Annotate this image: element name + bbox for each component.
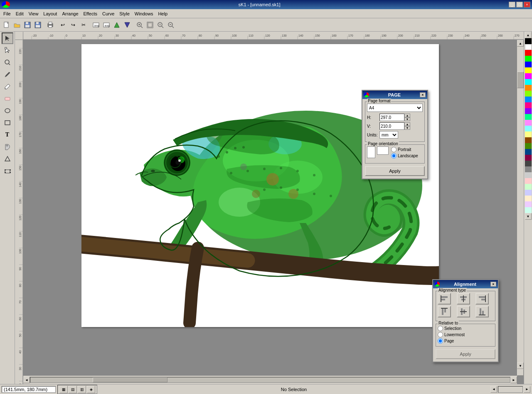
zoom-tool[interactable]: [2, 57, 13, 68]
horizontal-scrollbar[interactable]: ◄ ►: [23, 376, 517, 384]
close-button[interactable]: ×: [524, 2, 530, 7]
canvas-image[interactable]: [81, 44, 439, 327]
menu-view[interactable]: View: [26, 10, 41, 17]
h-input[interactable]: [379, 114, 404, 121]
h-spin-up[interactable]: ▲: [404, 114, 410, 117]
maximize-button[interactable]: □: [516, 2, 523, 7]
view-mode-2[interactable]: ▤: [69, 386, 77, 393]
color-red[interactable]: [525, 50, 532, 56]
color-green[interactable]: [525, 56, 532, 62]
color-light-magenta[interactable]: [525, 120, 532, 126]
select-tool[interactable]: [2, 32, 13, 44]
page-dialog-titlebar[interactable]: PAGE ×: [362, 91, 427, 99]
align-center-v-button[interactable]: [457, 306, 470, 317]
minimize-button[interactable]: _: [509, 2, 515, 7]
rectangle-tool[interactable]: [2, 117, 13, 129]
color-orange[interactable]: [525, 85, 532, 91]
export-button[interactable]: exp: [101, 20, 111, 30]
menu-help[interactable]: Help: [155, 10, 170, 17]
menu-arrange[interactable]: Arrange: [59, 10, 81, 17]
color-light-cyan[interactable]: [525, 126, 532, 131]
view-mode-3[interactable]: ▥: [78, 386, 86, 393]
scroll-left-button[interactable]: ◄: [23, 377, 30, 383]
color-light-gray[interactable]: [525, 172, 532, 178]
eraser-tool[interactable]: [2, 93, 13, 104]
fill-tool[interactable]: [2, 153, 13, 165]
alignment-dialog-titlebar[interactable]: Alignment ×: [433, 280, 498, 288]
node-edit-tool[interactable]: [2, 45, 13, 56]
align-right-button[interactable]: [475, 293, 489, 305]
paint-bucket-tool[interactable]: [2, 141, 13, 153]
nav-right[interactable]: ►: [524, 386, 530, 393]
relative-selection-radio[interactable]: [438, 326, 443, 331]
color-spring-green[interactable]: [525, 114, 532, 120]
align-left-button[interactable]: [438, 293, 451, 305]
color-dark-pink[interactable]: [525, 155, 532, 161]
menu-layout[interactable]: Layout: [41, 10, 59, 17]
color-black[interactable]: [525, 38, 532, 44]
view-mode-1[interactable]: ▦: [59, 386, 68, 393]
color-pale-violet[interactable]: [525, 201, 532, 207]
alignment-apply-button[interactable]: Apply: [436, 349, 495, 359]
color-gray[interactable]: [525, 166, 532, 172]
menu-curve[interactable]: Curve: [100, 10, 117, 17]
color-violet[interactable]: [525, 108, 532, 114]
align-bottom-button[interactable]: [475, 306, 489, 317]
scroll-corner[interactable]: [517, 369, 524, 376]
export2-button[interactable]: [122, 20, 132, 30]
color-brown[interactable]: [525, 137, 532, 143]
color-lavender[interactable]: [525, 190, 532, 196]
color-pale-mint[interactable]: [525, 207, 532, 213]
color-pale-green[interactable]: [525, 184, 532, 190]
text-tool[interactable]: T: [2, 129, 13, 141]
cut-button[interactable]: ✂: [79, 20, 89, 30]
zoom-custom-button[interactable]: [155, 20, 165, 30]
color-lime[interactable]: [525, 91, 532, 97]
menu-windows[interactable]: Windows: [132, 10, 156, 17]
undo-button[interactable]: ↩: [58, 20, 68, 30]
scroll-right-button[interactable]: ►: [510, 377, 517, 383]
color-magenta[interactable]: [525, 73, 532, 79]
color-white[interactable]: [525, 44, 532, 50]
color-dark-blue[interactable]: [525, 149, 532, 155]
color-yellow[interactable]: [525, 67, 532, 73]
zoom-out-button[interactable]: [166, 20, 176, 30]
h-spin-down[interactable]: ▼: [404, 117, 410, 121]
color-hot-pink[interactable]: [525, 102, 532, 108]
save-as-button[interactable]: +: [33, 20, 43, 30]
relative-page-radio[interactable]: [438, 338, 443, 344]
scroll-thumb-h[interactable]: [93, 377, 167, 382]
units-select[interactable]: mmcminpx: [379, 131, 398, 139]
new-button[interactable]: [2, 20, 12, 30]
landscape-radio[interactable]: [391, 153, 397, 159]
zoom-in-button[interactable]: [135, 20, 145, 30]
palette-scroll-down[interactable]: ▼: [525, 213, 532, 220]
color-sky-blue[interactable]: [525, 97, 532, 102]
v-spin-up[interactable]: ▲: [404, 122, 410, 126]
vertical-scrollbar[interactable]: ▲ ▼: [517, 40, 524, 376]
color-dark-green[interactable]: [525, 143, 532, 149]
menu-edit[interactable]: Edit: [13, 10, 26, 17]
align-top-button[interactable]: [438, 306, 451, 317]
color-dark-gray[interactable]: [525, 161, 532, 166]
ellipse-tool[interactable]: [2, 105, 13, 116]
zoom-fit-button[interactable]: [145, 20, 155, 30]
scroll-up-button[interactable]: ▲: [517, 40, 524, 47]
print-button[interactable]: [45, 20, 55, 30]
scroll-thumb-v[interactable]: [517, 72, 524, 88]
align-center-h-button[interactable]: [457, 293, 470, 305]
color-pink[interactable]: [525, 178, 532, 184]
import2-button[interactable]: [112, 20, 122, 30]
pen-tool[interactable]: [2, 69, 13, 80]
v-input[interactable]: [379, 122, 404, 130]
menu-file[interactable]: File: [1, 10, 13, 17]
open-button[interactable]: [12, 20, 22, 30]
menu-style[interactable]: Style: [117, 10, 132, 17]
color-blue[interactable]: [525, 62, 532, 67]
relative-lowermost-radio[interactable]: [438, 332, 443, 337]
redo-button[interactable]: ↪: [68, 20, 78, 30]
transform-tool[interactable]: [2, 165, 13, 177]
page-dialog-close-button[interactable]: ×: [420, 92, 426, 97]
import-button[interactable]: imp: [91, 20, 101, 30]
color-light-yellow[interactable]: [525, 131, 532, 137]
